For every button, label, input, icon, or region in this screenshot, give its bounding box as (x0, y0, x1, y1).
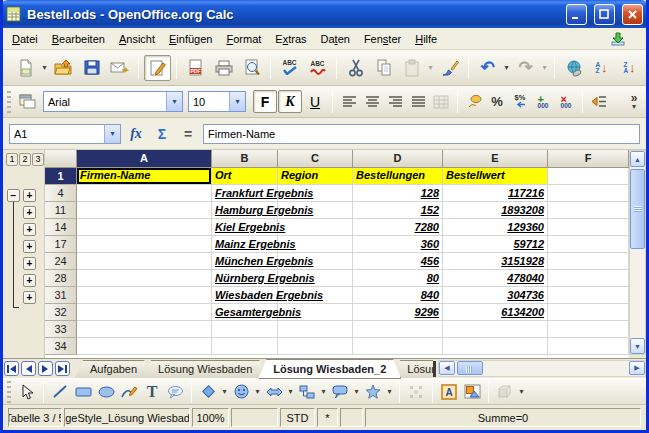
symbol-shapes-button[interactable] (230, 381, 252, 403)
cell-ort[interactable]: Hamburg Ergebnis (212, 202, 278, 219)
cell-bestellwert[interactable]: 478040 (443, 270, 548, 287)
menu-einfuegen[interactable]: Einfügen (162, 30, 219, 48)
row-header[interactable]: 4 (45, 185, 77, 202)
menu-fenster[interactable]: Fenster (357, 30, 408, 48)
cell[interactable] (548, 321, 629, 338)
cell[interactable] (548, 185, 629, 202)
cell-bestellungen[interactable]: 80 (353, 270, 443, 287)
cell-bestellungen[interactable]: 152 (353, 202, 443, 219)
outline-expand-button[interactable]: + (23, 257, 36, 270)
input-line[interactable]: Firmen-Name (203, 124, 640, 144)
outline-expand-button[interactable]: + (23, 223, 36, 236)
cell[interactable] (548, 253, 629, 270)
font-size-combo[interactable]: 10▾ (188, 91, 246, 112)
status-selection-mode[interactable]: STD (280, 408, 315, 427)
column-header-b[interactable]: B (212, 150, 278, 168)
function-wizard-button[interactable]: fx (125, 123, 147, 145)
minimize-button[interactable] (566, 4, 587, 25)
cell-bestellungen[interactable]: 840 (353, 287, 443, 304)
block-arrows-dropdown-arrow[interactable]: ▾ (286, 387, 295, 396)
ellipse-tool-button[interactable] (95, 381, 117, 403)
cell[interactable] (548, 270, 629, 287)
text-tool-button[interactable]: T (141, 381, 163, 403)
tab-scrollbar-splitter[interactable] (433, 361, 436, 377)
font-name-combo[interactable]: Arial▾ (43, 91, 183, 112)
outline-level-3-button[interactable]: 3 (32, 153, 44, 166)
outline-level-2-button[interactable]: 2 (19, 153, 31, 166)
cell-ort[interactable]: München Ergebnis (212, 253, 278, 270)
new-document-button[interactable] (12, 55, 39, 81)
name-box[interactable]: A1▾ (9, 124, 121, 144)
cell-bestellungen[interactable]: 9296 (353, 304, 443, 321)
corner-header[interactable] (45, 150, 77, 168)
basic-shapes-dropdown-arrow[interactable]: ▾ (220, 387, 229, 396)
cell-bestellungen[interactable]: 128 (353, 185, 443, 202)
outline-collapse-button[interactable]: − (7, 189, 20, 202)
cell-ort[interactable]: Wiesbaden Ergebnis (212, 287, 278, 304)
select-tool-button[interactable] (16, 381, 38, 403)
row-header[interactable]: 31 (45, 287, 77, 304)
export-pdf-button[interactable]: PDF (182, 55, 209, 81)
menu-hilfe[interactable]: Hilfe (408, 30, 444, 48)
align-right-button[interactable] (384, 91, 406, 113)
open-button[interactable] (50, 55, 77, 81)
currency-format-button[interactable] (463, 91, 485, 113)
row-header[interactable]: 17 (45, 236, 77, 253)
combo-arrow-icon[interactable]: ▾ (166, 92, 182, 111)
tab-aufgaben[interactable]: Aufgaben (75, 360, 152, 379)
standard-format-button[interactable]: $% (509, 91, 531, 113)
cell[interactable] (278, 321, 353, 338)
line-tool-button[interactable] (49, 381, 71, 403)
row-header[interactable]: 11 (45, 202, 77, 219)
menu-daten[interactable]: Daten (314, 30, 357, 48)
scroll-right-icon[interactable]: ▶ (629, 361, 645, 375)
save-button[interactable] (78, 55, 105, 81)
cell[interactable] (77, 253, 212, 270)
row-header[interactable]: 24 (45, 253, 77, 270)
cell[interactable] (548, 202, 629, 219)
cell[interactable] (77, 202, 212, 219)
cell-bestellwert[interactable]: 1893208 (443, 202, 548, 219)
align-center-button[interactable] (361, 91, 383, 113)
cell[interactable] (353, 321, 443, 338)
cell-c1[interactable]: Region (278, 168, 353, 185)
undo-dropdown-arrow[interactable]: ▾ (502, 63, 511, 72)
add-decimal-button[interactable]: +000 (532, 91, 554, 113)
cell[interactable] (212, 321, 278, 338)
drawbar-dropdown-arrow[interactable]: ▾ (517, 387, 526, 396)
hyperlink-button[interactable] (560, 55, 587, 81)
combo-arrow-icon[interactable]: ▾ (229, 92, 245, 111)
callout-tool-button[interactable] (164, 381, 186, 403)
rectangle-tool-button[interactable] (72, 381, 94, 403)
close-button[interactable] (622, 4, 643, 25)
cell-a1-active[interactable]: Firmen-Name (77, 168, 212, 185)
column-header-d[interactable]: D (353, 150, 443, 168)
basic-shapes-button[interactable] (197, 381, 219, 403)
row-header[interactable]: 34 (45, 338, 77, 355)
cell-ort[interactable]: Gesamtergebnis (212, 304, 278, 321)
column-header-c[interactable]: C (278, 150, 353, 168)
cell-ort[interactable]: Nürnberg Ergebnis (212, 270, 278, 287)
cell[interactable] (77, 185, 212, 202)
cell[interactable] (548, 236, 629, 253)
stars-dropdown-arrow[interactable]: ▾ (385, 387, 394, 396)
toolbar-grip[interactable] (7, 91, 11, 113)
cell[interactable] (212, 338, 278, 355)
cell[interactable] (77, 304, 212, 321)
freeform-line-tool-button[interactable] (118, 381, 140, 403)
name-box-arrow-icon[interactable]: ▾ (104, 125, 120, 143)
outline-expand-button[interactable]: + (23, 291, 36, 304)
cell-bestellwert[interactable]: 304736 (443, 287, 548, 304)
row-header[interactable]: 28 (45, 270, 77, 287)
spellcheck-button[interactable]: ABC (276, 55, 303, 81)
cell[interactable] (548, 338, 629, 355)
symbol-shapes-dropdown-arrow[interactable]: ▾ (253, 387, 262, 396)
cell-bestellungen[interactable]: 7280 (353, 219, 443, 236)
cell-f1[interactable] (548, 168, 629, 185)
column-header-f[interactable]: F (548, 150, 629, 168)
block-arrows-button[interactable] (263, 381, 285, 403)
outline-expand-button[interactable]: + (23, 206, 36, 219)
sort-descending-button[interactable]: ZA↓ (616, 55, 643, 81)
cell-bestellungen[interactable]: 456 (353, 253, 443, 270)
row-header[interactable]: 1 (45, 168, 77, 185)
